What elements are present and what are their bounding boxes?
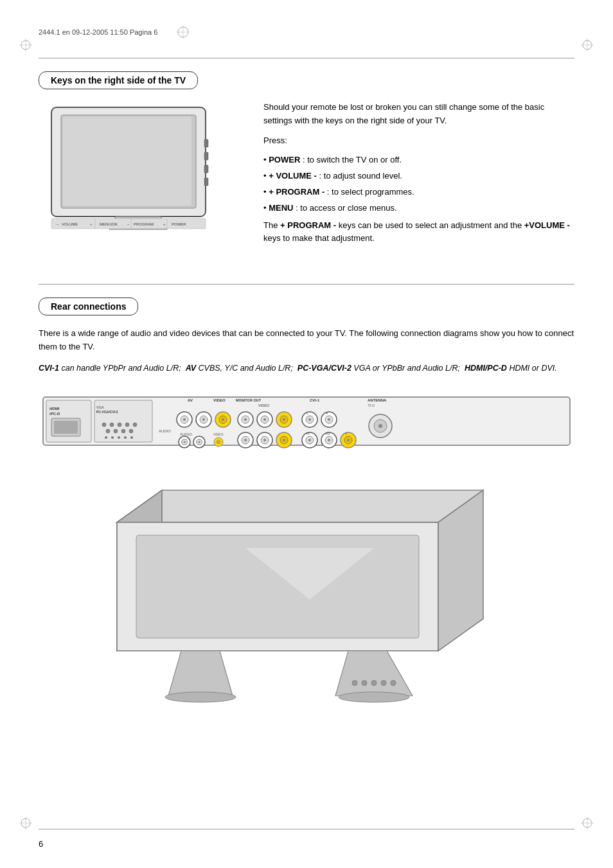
keys-item-menu: MENU : to access or close menus. xyxy=(263,202,574,215)
svg-point-111 xyxy=(308,439,311,441)
keys-intro: Should your remote be lost or broken you… xyxy=(263,101,574,128)
connector-panel: HDMI /PC-D VGA PC-VGA/CVI-2 xyxy=(39,387,574,458)
svg-text:POWER: POWER xyxy=(172,222,186,226)
svg-text:VIDEO: VIDEO xyxy=(213,432,224,436)
svg-text:R: R xyxy=(326,411,328,415)
svg-point-90 xyxy=(283,418,285,421)
keys-section: Keys on the right side of the TV xyxy=(39,71,574,252)
svg-point-124 xyxy=(378,424,382,428)
svg-text:+: + xyxy=(163,222,166,226)
svg-point-93 xyxy=(244,439,247,441)
svg-rect-21 xyxy=(204,178,208,186)
rear-section: Rear connections There is a wide range o… xyxy=(39,297,574,715)
svg-point-55 xyxy=(124,436,127,439)
svg-text:PC-VGA/CVI-2: PC-VGA/CVI-2 xyxy=(96,410,118,414)
svg-text:PROGRAM: PROGRAM xyxy=(134,222,154,226)
top-rule xyxy=(39,58,574,58)
svg-point-51 xyxy=(129,429,133,433)
svg-text:/PC-D: /PC-D xyxy=(49,412,60,416)
svg-point-45 xyxy=(118,423,121,427)
svg-point-52 xyxy=(105,436,107,439)
svg-point-53 xyxy=(111,436,114,439)
svg-point-72 xyxy=(184,441,186,443)
svg-point-99 xyxy=(283,439,285,441)
svg-point-79 xyxy=(218,441,219,443)
svg-text:AV: AV xyxy=(188,398,193,402)
tv-3d-diagram xyxy=(39,471,574,715)
svg-point-68 xyxy=(222,418,224,421)
page-container: 2444.1 en 09-12-2005 11:50 Pagina 6 Keys… xyxy=(0,0,613,868)
svg-point-49 xyxy=(114,429,118,433)
reg-mark-tl xyxy=(19,39,32,51)
svg-point-96 xyxy=(263,439,266,441)
keys-extra: The + PROGRAM - keys can be used to sele… xyxy=(263,219,574,246)
svg-marker-126 xyxy=(117,490,483,522)
svg-text:VGA: VGA xyxy=(96,405,104,409)
tv-svg: – VOLUME + MENU/OK – PROGRAM + POWER xyxy=(39,101,244,244)
svg-text:VIDEO: VIDEO xyxy=(258,403,270,407)
keys-content: – VOLUME + MENU/OK – PROGRAM + POWER xyxy=(39,101,574,252)
meta-text: 2444.1 en 09-12-2005 11:50 Pagina 6 xyxy=(39,28,157,36)
keys-item-volume: + VOLUME - : to adjust sound level. xyxy=(263,170,574,183)
svg-point-87 xyxy=(263,418,266,421)
svg-point-138 xyxy=(381,680,386,686)
svg-point-107 xyxy=(328,418,330,421)
svg-text:L: L xyxy=(306,411,308,415)
reg-mark-bl xyxy=(19,817,32,829)
svg-text:CVI-1: CVI-1 xyxy=(310,398,320,402)
svg-point-115 xyxy=(328,439,330,441)
svg-marker-131 xyxy=(168,651,233,696)
svg-point-44 xyxy=(110,423,114,427)
page-number: 6 xyxy=(39,839,43,849)
svg-rect-20 xyxy=(204,165,208,173)
svg-point-137 xyxy=(371,680,377,686)
svg-rect-18 xyxy=(204,139,208,147)
svg-text:VIDEO: VIDEO xyxy=(213,398,226,402)
svg-text:+: + xyxy=(90,222,93,226)
rear-caption: CVI-1 can handle YPbPr and Audio L/R; AV… xyxy=(39,362,574,375)
bottom-rule xyxy=(39,829,574,829)
svg-point-136 xyxy=(362,680,367,686)
svg-point-48 xyxy=(106,429,110,433)
svg-point-84 xyxy=(244,418,247,421)
svg-point-62 xyxy=(183,418,186,421)
svg-text:Pb: Pb xyxy=(326,432,330,436)
svg-rect-39 xyxy=(54,421,78,434)
svg-point-134 xyxy=(339,692,409,702)
svg-point-139 xyxy=(391,680,396,686)
svg-text:VOLUME: VOLUME xyxy=(62,222,78,226)
keys-section-title: Keys on the right side of the TV xyxy=(39,71,198,89)
svg-point-56 xyxy=(130,436,133,439)
press-label: Press: xyxy=(263,134,574,148)
svg-point-47 xyxy=(133,423,137,427)
svg-text:ANTENNA: ANTENNA xyxy=(368,398,387,402)
svg-point-54 xyxy=(118,436,120,439)
svg-point-132 xyxy=(165,692,236,702)
mid-rule xyxy=(39,284,574,285)
svg-text:MENU/OK: MENU/OK xyxy=(100,222,118,226)
keys-text: Should your remote be lost or broken you… xyxy=(263,101,574,252)
rear-section-title: Rear connections xyxy=(39,297,138,315)
svg-rect-17 xyxy=(63,117,191,206)
svg-marker-133 xyxy=(335,651,413,696)
keys-item-power: POWER : to switch the TV on or off. xyxy=(263,154,574,167)
meta-line: 2444.1 en 09-12-2005 11:50 Pagina 6 xyxy=(39,26,574,39)
svg-text:Pr: Pr xyxy=(306,432,310,436)
svg-point-43 xyxy=(102,423,106,427)
svg-point-103 xyxy=(308,418,311,421)
svg-point-135 xyxy=(352,680,357,686)
svg-text:MONITOR OUT: MONITOR OUT xyxy=(236,398,262,402)
svg-rect-19 xyxy=(204,152,208,160)
svg-point-65 xyxy=(202,418,205,421)
reg-mark-tr xyxy=(581,39,594,51)
svg-text:HDMI: HDMI xyxy=(49,407,60,411)
reg-mark-br xyxy=(581,817,594,829)
svg-point-119 xyxy=(347,439,350,441)
svg-text:AUDIO: AUDIO xyxy=(180,432,192,436)
svg-text:AUDIO: AUDIO xyxy=(159,429,171,433)
rear-description: There is a wide range of audio and video… xyxy=(39,327,574,354)
svg-point-75 xyxy=(199,441,200,443)
keys-list: POWER : to switch the TV on or off. + VO… xyxy=(263,154,574,215)
tv-diagram: – VOLUME + MENU/OK – PROGRAM + POWER xyxy=(39,101,244,244)
svg-point-50 xyxy=(121,429,125,433)
